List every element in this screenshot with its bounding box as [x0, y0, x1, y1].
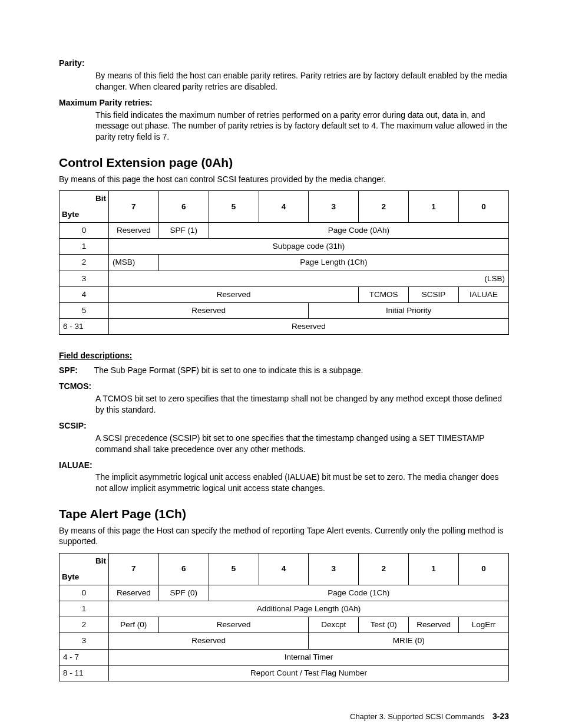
body-parity: By means of this field the host can enab…	[95, 70, 509, 93]
byte-cell: 2	[59, 255, 109, 271]
table-row: 1 Additional Page Length (0Ah)	[59, 601, 509, 617]
bit-col-3: 3	[309, 191, 359, 222]
byte-cell: 4	[59, 286, 109, 302]
bit-col-5: 5	[209, 554, 259, 585]
cell-page-code: Page Code (1Ch)	[209, 585, 508, 601]
definition-tcmos: TCMOS: A TCMOS bit set to zero specifies…	[59, 381, 509, 416]
table-header-row: Bit 7 6 5 4 3 2 1 0	[59, 191, 509, 207]
bit-col-6: 6	[158, 554, 209, 585]
bit-col-2: 2	[359, 554, 409, 585]
section-title-control-extension: Control Extension page (0Ah)	[59, 154, 509, 171]
byte-cell: 1	[59, 601, 109, 617]
section-lead-tape-alert: By means of this page the Host can speci…	[59, 525, 509, 548]
table-row: 3 Reserved MRIE (0)	[59, 633, 509, 649]
cell-internal-timer: Internal Timer	[108, 649, 508, 665]
table-row: 1 Subpage code (31h)	[59, 239, 509, 255]
bit-col-6: 6	[158, 191, 209, 222]
byte-cell: 3	[59, 633, 109, 649]
table-header-row: Bit 7 6 5 4 3 2 1 0	[59, 554, 509, 569]
byte-cell: 8 - 11	[59, 665, 109, 681]
term-tcmos: TCMOS:	[59, 381, 509, 392]
table-row: 5 Reserved Initial Priority	[59, 303, 509, 319]
cell-page-code: Page Code (0Ah)	[209, 222, 508, 238]
bit-col-4: 4	[259, 554, 309, 585]
definition-spf: SPF: The Sub Page Format (SPF) bit is se…	[59, 365, 509, 376]
section-title-tape-alert: Tape Alert Page (1Ch)	[59, 506, 509, 522]
byte-cell: 1	[59, 239, 109, 255]
cell-mrie: MRIE (0)	[309, 633, 509, 649]
body-spf: The Sub Page Format (SPF) bit is set to …	[94, 365, 363, 375]
corner-byte-label: Byte	[59, 569, 109, 585]
bit-col-5: 5	[209, 191, 259, 222]
cell-reserved: Reserved	[409, 617, 459, 633]
cell-ialuae: IALUAE	[459, 286, 509, 302]
cell-scsip: SCSIP	[409, 286, 459, 302]
footer-page-number: 3-23	[492, 711, 509, 721]
bit-col-1: 1	[409, 191, 459, 222]
table-row: 4 - 7 Internal Timer	[59, 649, 509, 665]
page-footer: Chapter 3. Supported SCSI Commands 3-23	[59, 711, 509, 722]
cell-lsb: (LSB)	[108, 271, 508, 286]
cell-reserved: Reserved	[108, 585, 158, 601]
term-spf: SPF:	[59, 365, 92, 376]
byte-cell: 3	[59, 271, 109, 286]
footer-chapter: Chapter 3. Supported SCSI Commands	[350, 712, 484, 721]
definition-parity: Parity: By means of this field the host …	[59, 58, 509, 93]
body-ialuae: The implicit asymmetric logical unit acc…	[95, 472, 509, 494]
bit-col-3: 3	[309, 554, 359, 585]
cell-msb: (MSB)	[108, 255, 158, 271]
cell-page-length: Page Length (1Ch)	[158, 255, 508, 271]
cell-additional-page-length: Additional Page Length (0Ah)	[108, 601, 508, 617]
byte-cell: 0	[59, 585, 109, 601]
bit-col-2: 2	[359, 191, 409, 222]
table-row: 0 Reserved SPF (1) Page Code (0Ah)	[59, 222, 509, 238]
table-row: 2 (MSB) Page Length (1Ch)	[59, 255, 509, 271]
table-tape-alert: Bit 7 6 5 4 3 2 1 0 Byte 0 Reserved SPF …	[59, 553, 509, 681]
byte-cell: 5	[59, 303, 109, 319]
table-row: 2 Perf (0) Reserved Dexcpt Test (0) Rese…	[59, 617, 509, 633]
bit-col-1: 1	[409, 554, 459, 585]
section-lead-control-extension: By means of this page the host can contr…	[59, 174, 509, 185]
cell-logerr: LogErr	[459, 617, 509, 633]
cell-reserved: Reserved	[108, 303, 309, 319]
cell-reserved: Reserved	[108, 222, 158, 238]
corner-bit-label: Bit	[59, 191, 109, 207]
table-row: 8 - 11 Report Count / Test Flag Number	[59, 665, 509, 681]
byte-cell: 4 - 7	[59, 649, 109, 665]
table-row: 6 - 31 Reserved	[59, 319, 509, 335]
corner-bit-label: Bit	[59, 554, 109, 569]
definition-scsip: SCSIP: A SCSI precedence (SCSIP) bit set…	[59, 420, 509, 455]
term-max-parity: Maximum Parity retries:	[59, 97, 509, 108]
cell-spf: SPF (1)	[158, 222, 209, 238]
cell-reserved: Reserved	[108, 286, 358, 302]
table-row: 4 Reserved TCMOS SCSIP IALUAE	[59, 286, 509, 302]
term-scsip: SCSIP:	[59, 420, 509, 431]
cell-initial-priority: Initial Priority	[309, 303, 509, 319]
term-parity: Parity:	[59, 58, 509, 69]
cell-perf: Perf (0)	[108, 617, 158, 633]
body-max-parity: This field indicates the maximum number …	[95, 110, 509, 143]
term-ialuae: IALUAE:	[59, 460, 509, 471]
table-row: 0 Reserved SPF (0) Page Code (1Ch)	[59, 585, 509, 601]
cell-report-count: Report Count / Test Flag Number	[108, 665, 508, 681]
bit-col-0: 0	[459, 554, 509, 585]
bit-col-4: 4	[259, 191, 309, 222]
byte-cell: 0	[59, 222, 109, 238]
definition-max-parity: Maximum Parity retries: This field indic…	[59, 97, 509, 143]
cell-reserved: Reserved	[108, 633, 309, 649]
byte-cell: 2	[59, 617, 109, 633]
cell-dexcpt: Dexcpt	[309, 617, 359, 633]
field-descriptions-header: Field descriptions:	[59, 350, 509, 361]
bit-col-7: 7	[108, 191, 158, 222]
table-row: 3 (LSB)	[59, 271, 509, 286]
cell-reserved: Reserved	[108, 319, 508, 335]
cell-test: Test (0)	[359, 617, 409, 633]
bit-col-0: 0	[459, 191, 509, 222]
body-scsip: A SCSI precedence (SCSIP) bit set to one…	[95, 433, 509, 455]
cell-tcmos: TCMOS	[359, 286, 409, 302]
cell-reserved: Reserved	[158, 617, 309, 633]
cell-spf: SPF (0)	[158, 585, 209, 601]
cell-subpage-code: Subpage code (31h)	[108, 239, 508, 255]
definition-ialuae: IALUAE: The implicit asymmetric logical …	[59, 460, 509, 495]
byte-cell: 6 - 31	[59, 319, 109, 335]
